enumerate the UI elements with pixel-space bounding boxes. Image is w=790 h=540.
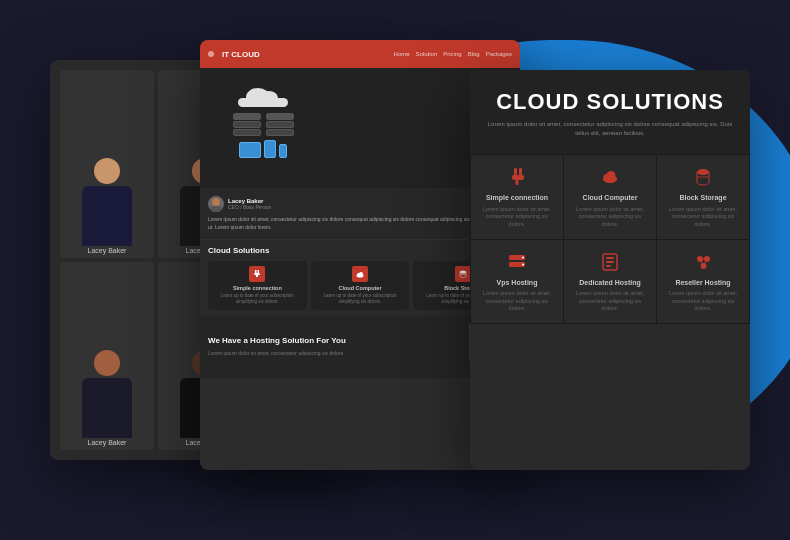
cloud-solutions-card: CLOUD SOLUTIONS Lorem ipsum dolor sit am…: [470, 70, 750, 470]
nav-link-pricing[interactable]: Pricing: [443, 51, 461, 57]
nav-link-packages[interactable]: Packages: [486, 51, 512, 57]
hero-image: [208, 98, 318, 158]
service-desc: Learn up to date of your subscription si…: [316, 293, 405, 305]
plug-icon: [249, 266, 265, 282]
svg-rect-0: [255, 270, 257, 273]
svg-point-22: [522, 263, 524, 265]
list-item: Lacey Baker: [60, 262, 154, 450]
vps-hosting-icon: [505, 250, 529, 274]
navbar: IT CLOUD Home Solution Pricing Blog Pack…: [200, 40, 520, 68]
service-name: Dedicated Hosting: [572, 279, 648, 287]
team-person: [60, 70, 154, 258]
svg-point-17: [697, 169, 709, 175]
service-name: Simple connection: [213, 285, 302, 291]
svg-point-21: [522, 256, 524, 258]
service-desc: Lorem ipsum dolor sit amet, consectetur …: [665, 206, 741, 229]
database-icon: [455, 266, 471, 282]
hosting-text: We Have a Hosting Solution For You Lorem…: [208, 336, 461, 356]
svg-rect-1: [258, 270, 260, 273]
cloud-header: CLOUD SOLUTIONS Lorem ipsum dolor sit am…: [470, 70, 750, 154]
list-item: Cloud Computer Learn up to date of your …: [311, 261, 410, 310]
svg-point-6: [359, 272, 363, 276]
service-desc: Lorem ipsum dolor sit amet, consectetur …: [572, 290, 648, 313]
cloud-description: Lorem ipsum dolor sit amet, consectetur …: [486, 120, 734, 138]
nav-links: Home Solution Pricing Blog Packages: [394, 51, 512, 57]
nav-logo: IT CLOUD: [222, 50, 390, 59]
cloud-services-grid: Simple connection Lorem ipsum dolor sit …: [470, 154, 750, 324]
list-item: Vps Hosting Lorem ipsum dolor sit amet, …: [471, 240, 563, 323]
nav-link-blog[interactable]: Blog: [468, 51, 480, 57]
svg-rect-3: [256, 275, 258, 277]
services-title: Cloud Solutions: [208, 246, 512, 255]
team-member-name: Lacey Baker: [60, 247, 154, 254]
list-item: Simple connection Learn up to date of yo…: [208, 261, 307, 310]
svg-rect-24: [606, 257, 614, 259]
block-storage-icon: [691, 165, 715, 189]
service-name: Simple connection: [479, 194, 555, 202]
service-desc: Learn up to date of your subscription si…: [213, 293, 302, 305]
svg-point-16: [603, 175, 617, 183]
devices-illustration: [239, 140, 287, 158]
testimonial-text: Lorem ipsum dolor sit amet, consectetur …: [208, 216, 512, 231]
team-member-name: Lacey Baker: [60, 439, 154, 446]
nav-link-solution[interactable]: Solution: [416, 51, 438, 57]
service-desc: Lorem ipsum dolor sit amet, consectetur …: [572, 206, 648, 229]
service-name: Cloud Computer: [572, 194, 648, 202]
service-name: Block Storage: [665, 194, 741, 202]
cloud-icon: [352, 266, 368, 282]
svg-rect-26: [606, 265, 611, 267]
testimonial-role: CEO / Boss Person: [228, 204, 271, 210]
service-name: Vps Hosting: [479, 279, 555, 287]
svg-rect-10: [519, 168, 522, 175]
service-name: Cloud Computer: [316, 285, 405, 291]
list-item: Cloud Computer Lorem ipsum dolor sit ame…: [564, 155, 656, 238]
service-desc: Lorem ipsum dolor sit amet, consectetur …: [479, 206, 555, 229]
list-item: Block Storage Lorem ipsum dolor sit amet…: [657, 155, 749, 238]
cloud-computer-icon: [598, 165, 622, 189]
svg-rect-11: [512, 175, 524, 180]
svg-point-7: [460, 271, 466, 274]
nav-dot: [208, 51, 214, 57]
svg-rect-2: [254, 273, 260, 275]
page-title: CLOUD SOLUTIONS: [486, 90, 734, 114]
list-item: Lacey Baker: [60, 70, 154, 258]
service-desc: Lorem ipsum dolor sit amet, consectetur …: [479, 290, 555, 313]
dedicated-hosting-icon: [598, 250, 622, 274]
team-person: [60, 262, 154, 450]
service-desc: Lorem ipsum dolor sit amet, consectetur …: [665, 290, 741, 313]
list-item: Dedicated Hosting Lorem ipsum dolor sit …: [564, 240, 656, 323]
plug-icon: [505, 165, 529, 189]
nav-link-home[interactable]: Home: [394, 51, 410, 57]
svg-rect-9: [514, 168, 517, 175]
service-name: Reseller Hosting: [665, 279, 741, 287]
list-item: Simple connection Lorem ipsum dolor sit …: [471, 155, 563, 238]
hosting-desc: Lorem ipsum dolor sit amet, consectetur …: [208, 350, 461, 357]
avatar: [208, 196, 224, 212]
svg-rect-12: [516, 180, 519, 185]
testimonial-person: Lacey Baker CEO / Boss Person: [208, 196, 512, 212]
services-grid: Simple connection Learn up to date of yo…: [208, 261, 512, 310]
svg-rect-25: [606, 261, 614, 263]
hosting-title: We Have a Hosting Solution For You: [208, 336, 461, 346]
reseller-hosting-icon: [691, 250, 715, 274]
list-item: Reseller Hosting Lorem ipsum dolor sit a…: [657, 240, 749, 323]
